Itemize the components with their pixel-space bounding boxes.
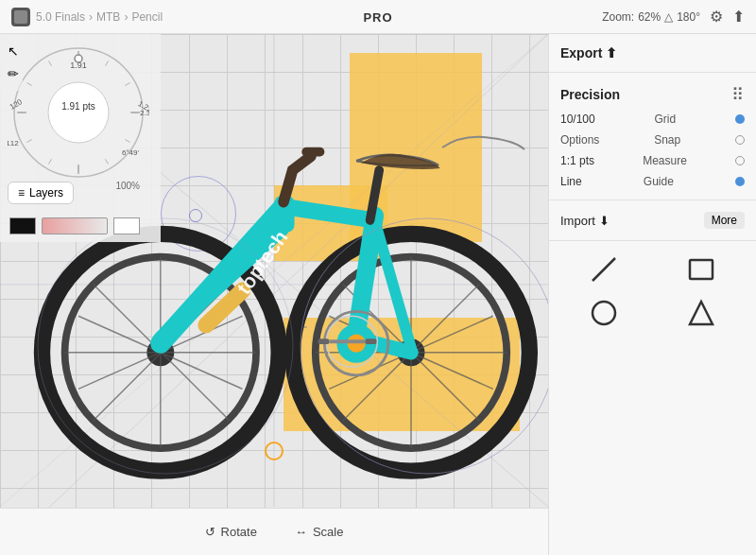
scale-icon: ↔ xyxy=(295,525,307,539)
svg-rect-0 xyxy=(14,10,27,24)
shapes-panel xyxy=(549,241,756,341)
topbar-right: Zoom: 62% △ 180° ⚙ ⬆ xyxy=(500,8,745,26)
svg-rect-63 xyxy=(690,260,713,279)
grid-row: 10/100 Grid xyxy=(560,109,745,130)
color-swatches xyxy=(9,217,140,234)
layers-button[interactable]: ≡ Layers xyxy=(8,182,74,204)
app-icon xyxy=(11,8,30,26)
topbar-center: PRO xyxy=(256,9,501,26)
swatch-pink[interactable] xyxy=(42,217,108,234)
rotation-value: 180° xyxy=(677,10,700,24)
pointer-tool[interactable]: ↖ xyxy=(4,42,23,61)
measure-row: 1:1 pts Measure xyxy=(560,150,745,171)
guide-row: Line Guide xyxy=(560,171,745,192)
rotate-button[interactable]: ↺ Rotate xyxy=(205,525,257,539)
more-label: More xyxy=(712,214,737,227)
precision-row: Precision ⠿ xyxy=(560,80,745,109)
precision-dots-menu[interactable]: ⠿ xyxy=(731,84,745,105)
rotate-icon: ↺ xyxy=(205,525,215,539)
layers-icon: ≡ xyxy=(18,186,25,199)
grid-dot[interactable] xyxy=(735,114,745,124)
snap-dot[interactable] xyxy=(735,135,745,145)
pencil-tool[interactable]: ✏ xyxy=(4,64,23,83)
svg-text:6°49': 6°49' xyxy=(122,148,140,157)
gear-icon[interactable]: ⚙ xyxy=(710,8,723,26)
zoom-label: Zoom: xyxy=(602,10,634,24)
shape-line[interactable] xyxy=(587,252,621,286)
breadcrumb-item-3[interactable]: Pencil xyxy=(131,10,163,24)
export-label: Export xyxy=(560,45,602,61)
import-label: Import xyxy=(560,214,595,228)
rotation-icon: △ xyxy=(664,10,673,24)
svg-text:1.91 pts: 1.91 pts xyxy=(61,101,95,112)
import-icon: ⬇ xyxy=(599,214,610,228)
layers-label: Layers xyxy=(29,186,63,199)
breadcrumb-item-1[interactable]: 5.0 Finals xyxy=(36,10,85,24)
options-label: Options xyxy=(560,133,599,147)
svg-marker-65 xyxy=(690,302,713,324)
breadcrumb: 5.0 Finals › MTB › Pencil xyxy=(36,10,163,24)
grid-value[interactable]: 10/100 xyxy=(560,113,595,126)
breadcrumb-sep-2: › xyxy=(124,10,128,24)
import-section: Import ⬇ More xyxy=(549,200,756,241)
topbar: 5.0 Finals › MTB › Pencil PRO Zoom: 62% … xyxy=(0,0,756,34)
precision-label: Precision xyxy=(560,87,620,102)
breadcrumb-item-2[interactable]: MTB xyxy=(96,10,120,24)
svg-line-62 xyxy=(593,258,615,281)
shape-circle[interactable] xyxy=(587,296,621,330)
measure-label: Measure xyxy=(643,154,687,167)
topbar-left: 5.0 Finals › MTB › Pencil xyxy=(11,8,256,26)
shape-triangle[interactable] xyxy=(684,296,718,330)
scale-button[interactable]: ↔ Scale xyxy=(295,525,344,539)
right-panel: Export ⬆ Precision ⠿ 10/100 Grid Options… xyxy=(548,34,756,555)
scale-label: Scale xyxy=(313,525,344,539)
zoom-value[interactable]: 62% xyxy=(638,10,661,24)
rotate-label: Rotate xyxy=(221,525,257,539)
more-button[interactable]: More xyxy=(704,212,745,229)
breadcrumb-sep-1: › xyxy=(89,10,93,24)
export-section: Export ⬆ xyxy=(549,34,756,73)
import-row: Import ⬇ More xyxy=(560,208,745,233)
export-icon: ⬆ xyxy=(606,45,617,61)
svg-rect-32 xyxy=(318,338,330,344)
export-button[interactable]: Export ⬆ xyxy=(560,45,617,61)
guide-value[interactable]: Line xyxy=(560,175,582,188)
measure-value[interactable]: 1:1 pts xyxy=(560,154,594,167)
dial-container: 1.91 1.22 120 2.38 112 6°49' 1.91 pts 0%… xyxy=(8,42,149,183)
grid-label: Grid xyxy=(655,113,677,126)
swatch-white[interactable] xyxy=(113,217,140,234)
left-panel: 1.91 1.22 120 2.38 112 6°49' 1.91 pts 0%… xyxy=(0,34,161,242)
guide-label: Guide xyxy=(644,175,674,188)
swatch-black[interactable] xyxy=(9,217,36,234)
measure-dot[interactable] xyxy=(735,156,745,165)
svg-text:2.38: 2.38 xyxy=(140,109,149,117)
svg-point-64 xyxy=(593,302,615,324)
share-icon[interactable]: ⬆ xyxy=(732,8,745,26)
zoom-info: Zoom: 62% △ 180° xyxy=(602,10,700,24)
bottombar: ↺ Rotate ↔ Scale xyxy=(0,508,548,555)
svg-point-59 xyxy=(48,82,109,143)
svg-text:112: 112 xyxy=(8,139,19,147)
snap-row: Options Snap xyxy=(560,130,745,150)
precision-section: Precision ⠿ 10/100 Grid Options Snap 1:1… xyxy=(549,73,756,200)
percent-right: 100% xyxy=(115,181,140,191)
import-button[interactable]: Import ⬇ xyxy=(560,214,610,228)
svg-point-61 xyxy=(75,55,82,62)
svg-rect-33 xyxy=(366,338,377,344)
left-toolbar: ↖ ✏ xyxy=(0,34,23,91)
guide-dot[interactable] xyxy=(735,177,745,186)
dial-svg: 1.91 1.22 120 2.38 112 6°49' 1.91 pts xyxy=(8,42,149,183)
export-row: Export ⬆ xyxy=(560,42,745,64)
shape-rectangle[interactable] xyxy=(684,252,718,286)
snap-label: Snap xyxy=(654,133,680,147)
pro-badge: PRO xyxy=(363,10,392,25)
